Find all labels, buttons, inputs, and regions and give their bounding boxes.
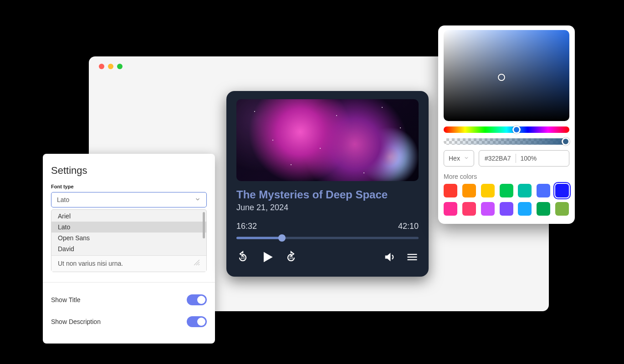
- maximize-icon[interactable]: [117, 64, 123, 69]
- swatch-grid: [444, 184, 569, 216]
- show-title-toggle[interactable]: [187, 294, 207, 305]
- play-button[interactable]: [259, 249, 275, 267]
- textarea-value: Ut non varius nisi urna.: [58, 260, 123, 267]
- color-swatch[interactable]: [462, 184, 476, 197]
- separator: [516, 154, 516, 163]
- svg-text:15: 15: [289, 256, 293, 260]
- volume-icon[interactable]: [383, 251, 396, 265]
- color-swatch[interactable]: [518, 184, 532, 197]
- close-icon[interactable]: [99, 64, 104, 69]
- current-time: 16:32: [236, 222, 257, 231]
- show-description-label: Show Description: [51, 318, 101, 325]
- alpha-slider[interactable]: [444, 138, 569, 145]
- episode-date: June 21, 2024: [236, 203, 419, 212]
- alpha-value: 100%: [521, 155, 537, 162]
- alpha-thumb[interactable]: [562, 137, 570, 146]
- color-swatch[interactable]: [481, 202, 495, 216]
- textarea[interactable]: Ut non varius nisi urna.: [51, 255, 206, 272]
- font-option[interactable]: Open Sans: [51, 233, 206, 243]
- settings-title: Settings: [51, 165, 207, 177]
- color-picker: Hex #322BA7 100% More colors: [438, 25, 575, 224]
- color-swatch[interactable]: [537, 184, 550, 197]
- hex-value: #322BA7: [485, 155, 511, 162]
- color-swatch[interactable]: [518, 202, 532, 216]
- font-select-value: Lato: [57, 196, 69, 203]
- font-dropdown: ArielLatoOpen SansDavid Ut non varius ni…: [51, 209, 207, 272]
- more-colors-label: More colors: [444, 173, 569, 180]
- font-type-label: Font type: [51, 184, 207, 189]
- duration: 42:10: [398, 222, 419, 231]
- saturation-value-field[interactable]: [444, 30, 569, 121]
- hue-thumb[interactable]: [512, 126, 521, 134]
- color-swatch[interactable]: [537, 202, 550, 216]
- color-swatch[interactable]: [555, 184, 569, 197]
- time-row: 16:32 42:10: [236, 222, 419, 231]
- font-option[interactable]: Ariel: [51, 211, 206, 222]
- resize-grip-icon[interactable]: [194, 259, 200, 267]
- color-swatch[interactable]: [555, 202, 569, 216]
- hex-input[interactable]: #322BA7 100%: [479, 150, 569, 167]
- font-option[interactable]: David: [51, 243, 206, 254]
- color-swatch[interactable]: [481, 184, 495, 197]
- rewind-15-icon[interactable]: 15: [236, 251, 249, 265]
- font-option-list: ArielLatoOpen SansDavid: [51, 210, 206, 255]
- menu-icon[interactable]: [406, 251, 419, 265]
- show-description-toggle[interactable]: [187, 316, 207, 327]
- font-select[interactable]: Lato: [51, 192, 207, 207]
- color-format-select[interactable]: Hex: [444, 150, 474, 167]
- color-swatch[interactable]: [444, 184, 457, 197]
- forward-15-icon[interactable]: 15: [285, 251, 297, 265]
- show-title-label: Show Title: [51, 296, 81, 303]
- font-option[interactable]: Lato: [51, 222, 206, 233]
- color-swatch[interactable]: [500, 202, 513, 216]
- show-description-row: Show Description: [51, 311, 207, 333]
- sv-cursor[interactable]: [498, 74, 505, 81]
- progress-slider[interactable]: [236, 234, 419, 242]
- podcast-player: The Mysteries of Deep Space June 21, 202…: [226, 91, 429, 277]
- scrollbar-thumb[interactable]: [203, 212, 205, 238]
- chevron-down-icon: [194, 196, 201, 204]
- color-swatch[interactable]: [462, 202, 476, 216]
- svg-text:15: 15: [240, 256, 245, 260]
- show-title-row: Show Title: [51, 289, 207, 311]
- hue-slider[interactable]: [444, 126, 569, 133]
- divider: [43, 282, 215, 283]
- settings-panel: Settings Font type Lato ArielLatoOpen Sa…: [43, 154, 215, 344]
- episode-title: The Mysteries of Deep Space: [236, 188, 419, 201]
- color-swatch[interactable]: [444, 202, 457, 216]
- player-controls: 15 15: [236, 249, 419, 267]
- minimize-icon[interactable]: [108, 64, 113, 69]
- color-format-value: Hex: [449, 155, 460, 162]
- color-swatch[interactable]: [500, 184, 513, 197]
- chevron-down-icon: [464, 155, 469, 162]
- cover-art: [236, 99, 419, 181]
